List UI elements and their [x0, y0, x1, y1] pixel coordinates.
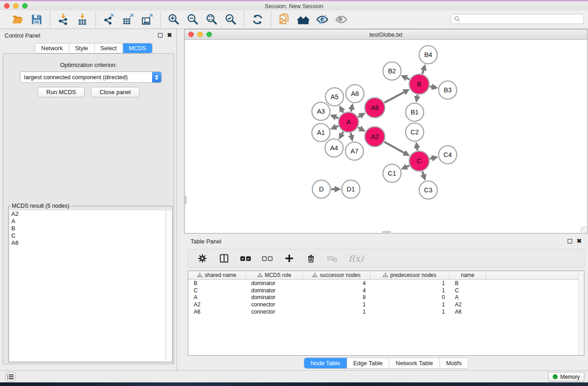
edge-A-A4[interactable]	[342, 132, 344, 134]
optimization-criterion-select[interactable]: largest connected component (directed)	[20, 71, 162, 83]
close-panel-icon[interactable]: ✖	[167, 33, 172, 38]
show-column-panel-icon[interactable]	[218, 253, 230, 264]
edge-B-B1[interactable]	[417, 95, 417, 97]
edge-A-A3[interactable]	[335, 117, 339, 118]
node-A7[interactable]: A7	[345, 142, 363, 160]
node-A[interactable]: A	[339, 112, 359, 132]
node-A3[interactable]: A3	[312, 102, 330, 120]
node-B2[interactable]: B2	[383, 62, 401, 80]
edge-A2-C[interactable]	[384, 142, 405, 153]
search-input[interactable]	[462, 16, 580, 22]
node-B1[interactable]: B1	[406, 103, 424, 121]
mcds-result-list[interactable]: A2ABCA6	[10, 210, 165, 361]
edge-A-A2[interactable]	[358, 128, 360, 129]
tab-network[interactable]: Network	[35, 43, 69, 53]
table-close-panel-icon[interactable]: ✖	[577, 239, 582, 243]
node-A4[interactable]: A4	[325, 139, 343, 157]
node-table[interactable]: shared nameMCDS rolesuccessor nodesprede…	[188, 271, 584, 356]
deselect-all-columns-icon[interactable]	[262, 253, 273, 264]
export-image-icon[interactable]	[139, 12, 155, 27]
splitter-handle-left[interactable]	[184, 196, 186, 204]
edge-A-A5[interactable]	[342, 110, 343, 113]
node-A5[interactable]: A5	[325, 88, 344, 106]
node-B3[interactable]: B3	[439, 81, 457, 99]
result-list-item[interactable]: A	[10, 218, 165, 225]
delete-column-trash-icon[interactable]	[305, 253, 317, 264]
table-row[interactable]: Adominator80A	[188, 294, 584, 301]
table-scrollbar[interactable]	[578, 271, 584, 355]
result-scrollbar[interactable]	[166, 210, 172, 361]
result-list-item[interactable]: A2	[10, 210, 165, 218]
node-C4[interactable]: C4	[439, 146, 457, 164]
import-network-icon[interactable]	[56, 12, 71, 27]
tab-motifs[interactable]: Motifs	[440, 358, 468, 368]
edge-B-B3[interactable]	[430, 86, 433, 87]
float-panel-icon[interactable]	[158, 33, 163, 38]
edge-C-C3[interactable]	[422, 172, 424, 176]
node-D1[interactable]: D1	[342, 180, 360, 198]
edge-C-C1[interactable]	[406, 166, 409, 167]
edge-C-C4[interactable]	[430, 158, 432, 158]
tab-network-table[interactable]: Network Table	[389, 358, 440, 368]
run-mcds-button[interactable]: Run MCDS	[38, 87, 85, 97]
table-row[interactable]: Cdominator41C	[188, 287, 584, 294]
edge-C-C2[interactable]	[417, 148, 417, 151]
tab-mcds[interactable]: MCDS	[123, 43, 152, 53]
node-C1[interactable]: C1	[383, 164, 401, 182]
import-table-icon[interactable]	[75, 12, 90, 27]
column-header-MCDS-role[interactable]: MCDS role	[246, 271, 303, 279]
edge-A6-B[interactable]	[384, 92, 405, 103]
column-header-successor-nodes[interactable]: successor nodes	[303, 271, 370, 279]
save-session-icon[interactable]	[29, 12, 44, 27]
node-C[interactable]: C	[409, 151, 429, 171]
edge-B-B4[interactable]	[422, 69, 424, 74]
node-B[interactable]: B	[409, 74, 429, 94]
zoom-selected-icon[interactable]	[223, 12, 239, 27]
network-canvas[interactable]: AA1A2A3A4A5A6A7A8BB1B2B3B4CC1C2C3C4DD1	[185, 40, 587, 233]
network-window-titlebar[interactable]: testGlobe.txt	[185, 29, 587, 40]
tab-node-table[interactable]: Node Table	[304, 358, 347, 368]
export-network-icon[interactable]	[101, 12, 117, 27]
node-A6[interactable]: A6	[365, 98, 385, 118]
create-column-icon[interactable]	[283, 253, 295, 264]
edge-A-A1[interactable]	[335, 126, 339, 127]
new-network-from-selection-icon[interactable]	[277, 12, 292, 27]
node-C3[interactable]: C3	[419, 181, 437, 199]
result-list-item[interactable]: C	[10, 232, 165, 239]
splitter-handle-bottom[interactable]	[382, 231, 391, 234]
node-A8[interactable]: A8	[346, 85, 364, 103]
node-C2[interactable]: C2	[406, 123, 424, 141]
edge-A-A6[interactable]	[358, 115, 360, 117]
edge-A-A8[interactable]	[351, 109, 351, 111]
table-settings-gear-icon[interactable]	[196, 253, 208, 264]
search-field[interactable]	[451, 14, 584, 24]
column-header-name[interactable]: name	[449, 271, 486, 279]
node-A2[interactable]: A2	[365, 127, 385, 147]
column-header-predecessor-nodes[interactable]: predecessor nodes	[370, 271, 449, 279]
close-panel-button[interactable]: Close panel	[91, 87, 139, 97]
refresh-icon[interactable]	[250, 12, 265, 27]
first-neighbors-icon[interactable]	[296, 12, 311, 27]
node-A1[interactable]: A1	[312, 124, 330, 142]
node-D[interactable]: D	[312, 180, 330, 198]
open-file-icon[interactable]	[10, 12, 25, 27]
table-row[interactable]: Bdominator41B	[188, 280, 584, 287]
tab-style[interactable]: Style	[69, 43, 95, 53]
tab-select[interactable]: Select	[95, 43, 123, 53]
task-history-button[interactable]	[5, 372, 15, 381]
table-row[interactable]: A2connector11A2	[188, 301, 584, 308]
node-B4[interactable]: B4	[419, 46, 437, 64]
edge-A-A7[interactable]	[351, 133, 351, 136]
tab-edge-table[interactable]: Edge Table	[347, 358, 389, 368]
window-resize-grip[interactable]	[580, 226, 587, 233]
zoom-fit-icon[interactable]	[204, 12, 220, 27]
column-header-shared-name[interactable]: shared name	[188, 271, 246, 279]
result-list-item[interactable]: B	[10, 225, 165, 232]
hide-selected-icon[interactable]	[315, 12, 330, 27]
table-float-panel-icon[interactable]	[568, 239, 572, 243]
result-list-item[interactable]: A6	[10, 239, 165, 247]
select-all-columns-icon[interactable]	[240, 253, 252, 264]
table-row[interactable]: A6connector11A6	[188, 308, 584, 315]
zoom-in-icon[interactable]	[166, 12, 182, 27]
zoom-out-icon[interactable]	[185, 12, 201, 27]
